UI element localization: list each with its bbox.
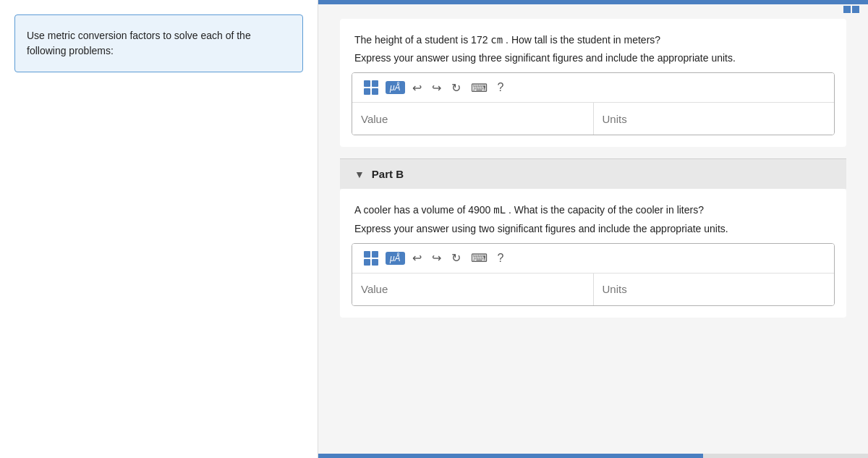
chevron-down-icon[interactable]: ▼: [354, 169, 365, 180]
matrix-button-b[interactable]: [361, 250, 381, 267]
part-a-text-before: The height of a student is 172: [354, 34, 488, 46]
help-icon-a: ?: [498, 81, 504, 94]
part-a-value-input[interactable]: [352, 103, 594, 135]
greek-button-a[interactable]: μÅ: [386, 81, 405, 94]
matrix-cell-1: [364, 80, 370, 87]
part-b-text-before: A cooler has a volume of 4900: [354, 204, 490, 216]
redo-button-b[interactable]: ↪: [429, 250, 444, 266]
greek-button-b[interactable]: μÅ: [386, 252, 405, 265]
undo-icon-a: ↩: [412, 81, 422, 95]
part-a-instruction: Express your answer using three signific…: [340, 52, 846, 72]
refresh-button-a[interactable]: ↻: [448, 80, 464, 96]
part-b-header: ▼ Part B: [340, 158, 846, 189]
bottom-progress-bar: [318, 454, 868, 458]
part-b-units-input[interactable]: [594, 273, 835, 305]
part-a-input-row: [352, 103, 834, 135]
part-a-units-input[interactable]: [594, 103, 835, 135]
part-a-unit-code: cm: [490, 34, 503, 46]
refresh-button-b[interactable]: ↻: [448, 250, 464, 266]
icon-square-2: [852, 6, 859, 13]
part-b-section: A cooler has a volume of 4900 mL . What …: [340, 189, 846, 317]
matrix-cell-b4: [372, 259, 378, 266]
matrix-button-a[interactable]: [361, 79, 381, 96]
part-a-section: The height of a student is 172 cm . How …: [340, 19, 846, 147]
part-a-text-after: . How tall is the student in meters?: [506, 34, 660, 46]
keyboard-icon-a: ⌨: [471, 81, 488, 95]
matrix-cell-4: [372, 88, 378, 95]
matrix-icon-a: [364, 80, 378, 95]
part-b-toolbar: μÅ ↩ ↪ ↻ ⌨ ?: [352, 244, 834, 273]
instruction-text: Use metric conversion factors to solve e…: [27, 30, 251, 56]
part-b-label: Part B: [372, 168, 404, 180]
part-b-input-row: [352, 273, 834, 305]
content-area: The height of a student is 172 cm . How …: [318, 4, 868, 344]
part-b-instruction: Express your answer using two significan…: [340, 223, 846, 243]
part-b-value-input[interactable]: [352, 273, 594, 305]
help-icon-b: ?: [498, 252, 504, 265]
main-content: The height of a student is 172 cm . How …: [318, 0, 868, 458]
matrix-cell-b3: [364, 259, 370, 266]
keyboard-button-a[interactable]: ⌨: [468, 80, 490, 96]
matrix-cell-2: [372, 80, 378, 87]
redo-button-a[interactable]: ↪: [429, 80, 444, 96]
matrix-cell-3: [364, 88, 370, 95]
undo-button-b[interactable]: ↩: [409, 250, 425, 266]
help-button-a[interactable]: ?: [495, 80, 507, 96]
refresh-icon-a: ↻: [451, 81, 461, 95]
matrix-cell-b2: [372, 251, 378, 258]
part-a-answer-container: μÅ ↩ ↪ ↻ ⌨: [352, 72, 835, 135]
redo-icon-a: ↪: [432, 81, 441, 95]
part-b-text-after: . What is the capacity of the cooler in …: [509, 204, 704, 216]
part-a-problem: The height of a student is 172 cm . How …: [340, 19, 846, 52]
matrix-icon-b: [364, 251, 378, 266]
sidebar: Use metric conversion factors to solve e…: [0, 0, 318, 458]
matrix-cell-b1: [364, 251, 370, 258]
redo-icon-b: ↪: [432, 251, 441, 265]
part-a-toolbar: μÅ ↩ ↪ ↻ ⌨: [352, 73, 834, 103]
refresh-icon-b: ↻: [451, 251, 461, 265]
part-b-problem: A cooler has a volume of 4900 mL . What …: [340, 189, 846, 222]
icon-square-1: [843, 6, 851, 13]
undo-button-a[interactable]: ↩: [409, 80, 425, 96]
undo-icon-b: ↩: [412, 251, 422, 265]
instruction-box: Use metric conversion factors to solve e…: [14, 14, 303, 72]
part-b-unit-code: mL: [493, 204, 506, 216]
top-bar-icons: [843, 6, 859, 13]
bottom-progress-fill: [318, 454, 703, 458]
part-b-answer-container: μÅ ↩ ↪ ↻ ⌨ ?: [352, 243, 835, 306]
keyboard-button-b[interactable]: ⌨: [468, 250, 490, 266]
keyboard-icon-b: ⌨: [471, 251, 488, 265]
help-button-b[interactable]: ?: [495, 250, 507, 266]
